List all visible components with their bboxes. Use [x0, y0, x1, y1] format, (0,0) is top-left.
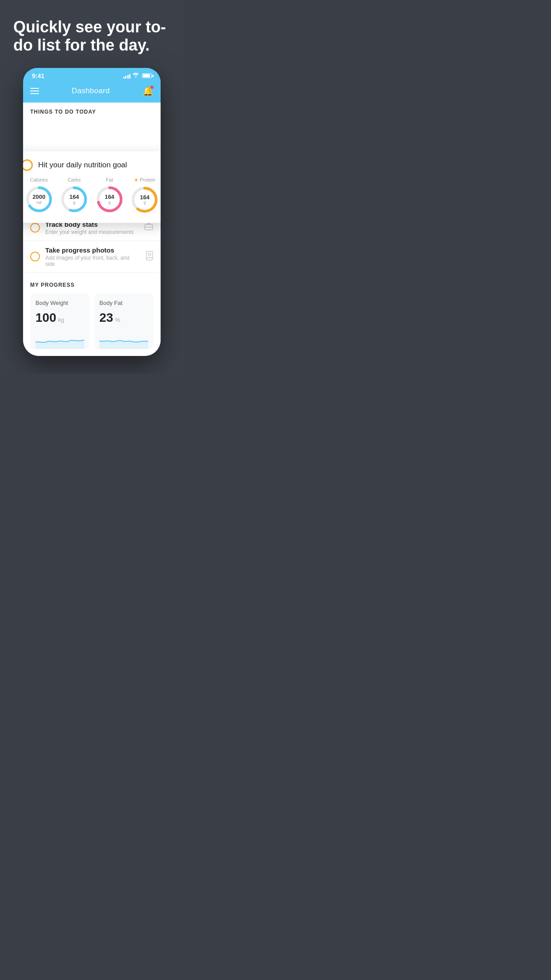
background-page: Quickly see your to-do list for the day.…	[0, 0, 184, 374]
body-stats-subtitle: Enter your weight and measurements	[45, 229, 138, 235]
hero-title: Quickly see your to-do list for the day.	[13, 18, 170, 55]
signal-icon	[123, 73, 131, 79]
things-to-do-title: THINGS TO DO TODAY	[23, 103, 161, 119]
menu-button[interactable]	[30, 88, 39, 94]
body-fat-card[interactable]: Body Fat 23 %	[94, 293, 153, 349]
nutrition-stats: Calories 2000 cal	[23, 177, 161, 214]
body-weight-value: 100	[35, 311, 56, 325]
body-weight-card[interactable]: Body Weight 100 kg	[30, 293, 90, 349]
progress-photos-content: Take progress photos Add images of your …	[45, 246, 140, 267]
stat-calories: Calories 2000 cal	[25, 177, 53, 213]
app-title: Dashboard	[72, 87, 110, 95]
battery-icon	[142, 73, 152, 78]
svg-point-11	[148, 253, 151, 256]
status-icons	[123, 73, 152, 79]
body-fat-value-row: 23 %	[99, 311, 148, 325]
body-stats-check	[30, 223, 40, 233]
fat-label: Fat	[106, 177, 113, 182]
status-bar: 9:41	[23, 68, 161, 82]
hero-section: Quickly see your to-do list for the day.	[0, 0, 184, 63]
stat-fat: Fat 164 g	[95, 177, 124, 213]
star-icon: ★	[134, 177, 138, 183]
progress-photos-title: Take progress photos	[45, 246, 140, 254]
todo-progress-photos[interactable]: Take progress photos Add images of your …	[23, 241, 161, 273]
carbs-label: Carbs	[68, 177, 81, 182]
person-icon	[146, 251, 153, 263]
progress-photos-check	[30, 252, 40, 261]
calories-label: Calories	[30, 177, 48, 182]
carbs-donut: 164 g	[60, 185, 88, 213]
body-weight-title: Body Weight	[35, 300, 84, 306]
progress-section-title: MY PROGRESS	[30, 282, 153, 288]
scale-icon	[144, 223, 153, 233]
phone-mockup: 9:41 Dashboard	[23, 68, 161, 356]
stat-carbs: Carbs 164 g	[60, 177, 88, 213]
nutrition-card-header: Hit your daily nutrition goal	[23, 159, 161, 171]
nutrition-card: Hit your daily nutrition goal Calories	[23, 151, 161, 223]
status-time: 9:41	[32, 72, 44, 79]
wifi-icon	[133, 73, 139, 79]
fat-donut: 164 g	[95, 185, 124, 213]
body-weight-unit: kg	[58, 316, 64, 323]
nutrition-goal-text: Hit your daily nutrition goal	[38, 161, 127, 170]
protein-donut: 164 g	[130, 186, 159, 214]
notification-button[interactable]: 🔔	[142, 86, 153, 96]
body-fat-chart	[99, 331, 148, 349]
body-fat-title: Body Fat	[99, 300, 148, 306]
progress-photos-subtitle: Add images of your front, back, and side	[45, 255, 140, 267]
progress-cards: Body Weight 100 kg Bo	[30, 293, 153, 349]
stat-protein: ★ Protein 164 g	[130, 177, 159, 214]
body-weight-value-row: 100 kg	[35, 311, 84, 325]
nutrition-check-circle	[23, 159, 33, 171]
progress-section: MY PROGRESS Body Weight 100 kg	[23, 273, 161, 356]
app-header: Dashboard 🔔	[23, 82, 161, 103]
protein-label: ★ Protein	[134, 177, 155, 183]
body-weight-chart	[35, 331, 84, 349]
body-fat-value: 23	[99, 311, 113, 325]
notification-dot	[150, 86, 153, 89]
calories-donut: 2000 cal	[25, 185, 53, 213]
phone-body: THINGS TO DO TODAY Hit your daily nutrit…	[23, 103, 161, 356]
body-fat-unit: %	[115, 316, 120, 323]
